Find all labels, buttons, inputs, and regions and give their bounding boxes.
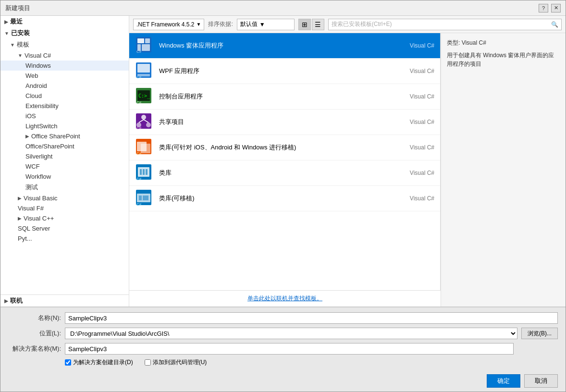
svg-rect-28 — [143, 169, 145, 175]
arrow-right-icon: ▶ — [4, 19, 8, 24]
sort-dropdown[interactable]: 默认值 ▼ — [237, 19, 295, 30]
sidebar-item-android[interactable]: Android — [0, 81, 129, 91]
svg-point-17 — [146, 122, 151, 127]
solution-input[interactable] — [65, 343, 514, 355]
svg-rect-33 — [139, 196, 142, 200]
sidebar-item-web[interactable]: Web — [0, 71, 129, 81]
browse-button[interactable]: 浏览(B)... — [521, 328, 558, 339]
sidebar-item-test[interactable]: 测试 — [0, 182, 129, 193]
project-item-library[interactable]: C#类库Visual C# — [129, 160, 440, 186]
svg-text:C#: C# — [136, 49, 142, 53]
framework-caret-icon: ▼ — [196, 22, 201, 27]
project-icon-console: C:>_C# — [135, 87, 154, 106]
online-templates-link[interactable]: 单击此处以联机并查找模板。 — [247, 295, 322, 302]
project-type-windows-forms: Visual C# — [396, 42, 434, 49]
sidebar-item-visualcpp[interactable]: ▶ Visual C++ — [0, 213, 129, 223]
sidebar-item-extensibility[interactable]: Extensibility — [0, 101, 129, 111]
help-button[interactable]: ? — [539, 4, 548, 12]
search-bar[interactable]: 搜索已安装模板(Ctrl+E) 🔍 — [328, 19, 562, 30]
cancel-button[interactable]: 取消 — [524, 374, 558, 388]
project-type-portable-lib: Visual C# — [396, 144, 434, 151]
sidebar-item-visualbasic[interactable]: ▶ Visual Basic — [0, 193, 129, 203]
project-icon-wpf: C# — [135, 61, 154, 81]
sidebar: ▶ 最近 ▼ 已安装 ▼ 模板 ▼ Visual C# Windows — [0, 16, 129, 306]
sidebar-item-workflow[interactable]: Workflow — [0, 172, 129, 182]
new-project-dialog: 新建项目 ? ✕ ▶ 最近 ▼ 已安装 ▼ 模板 — [0, 0, 566, 392]
add-source-control-input[interactable] — [145, 359, 151, 366]
arrow-right-icon: ▶ — [4, 298, 8, 304]
close-button[interactable]: ✕ — [551, 4, 561, 12]
svg-text:C#: C# — [136, 202, 142, 206]
project-type-library: Visual C# — [396, 170, 434, 176]
project-item-console[interactable]: C:>_C#控制台应用程序Visual C# — [129, 84, 440, 110]
sidebar-item-python[interactable]: Pyt... — [0, 233, 129, 244]
svg-text:C#: C# — [136, 126, 142, 130]
list-view-button[interactable]: ☰ — [312, 19, 324, 30]
project-icon-portable-lib2: C# — [135, 189, 154, 208]
arrow-down-icon: ▼ — [10, 42, 15, 48]
content-area: C#Windows 窗体应用程序Visual C#C#WPF 应用程序Visua… — [129, 33, 566, 306]
sidebar-item-online[interactable]: ▶ 联机 — [0, 294, 129, 306]
svg-text:C#: C# — [136, 100, 142, 104]
sidebar-item-visualcsharp[interactable]: ▼ Visual C# — [0, 50, 129, 61]
sidebar-item-cloud[interactable]: Cloud — [0, 91, 129, 101]
svg-rect-27 — [140, 169, 142, 175]
title-controls: ? ✕ — [539, 4, 561, 12]
project-type-console: Visual C# — [396, 93, 434, 100]
sidebar-item-wcf[interactable]: WCF — [0, 161, 129, 172]
name-label: 名称(N): — [8, 314, 61, 322]
project-item-portable-lib[interactable]: C#类库(可针对 iOS、Android 和 Windows 进行移植)Visu… — [129, 135, 440, 160]
sidebar-item-templates[interactable]: ▼ 模板 — [0, 39, 129, 50]
sidebar-item-ios[interactable]: iOS — [0, 111, 129, 121]
sidebar-item-visualfsharp[interactable]: Visual F# — [0, 203, 129, 213]
project-icon-shared: C# — [135, 112, 154, 132]
project-name-windows-forms: Windows 窗体应用程序 — [159, 41, 391, 50]
confirm-button[interactable]: 确定 — [487, 374, 520, 388]
sidebar-item-windows[interactable]: Windows — [0, 61, 129, 71]
svg-text:C:>_: C:>_ — [138, 93, 150, 99]
add-source-control-checkbox[interactable]: 添加到源代码管理(U) — [145, 358, 207, 367]
view-buttons: ⊞ ☰ — [298, 19, 324, 30]
sidebar-item-recent[interactable]: ▶ 最近 — [0, 16, 129, 27]
framework-dropdown[interactable]: .NET Framework 4.5.2 ▼ — [133, 19, 204, 30]
detail-description: 用于创建具有 Windows 窗体用户界面的应用程序的项目 — [447, 51, 560, 68]
sidebar-item-sqlserver[interactable]: SQL Server — [0, 223, 129, 233]
sidebar-item-office-sharepoint2[interactable]: Office/SharePoint — [0, 141, 129, 151]
project-type-wpf: Visual C# — [396, 68, 434, 74]
location-dropdown[interactable]: D:\Programme\Viual Studio\ArcGIS\ — [65, 328, 517, 339]
sidebar-item-installed[interactable]: ▼ 已安装 — [0, 27, 129, 39]
sort-caret-icon: ▼ — [259, 21, 265, 28]
location-label: 位置(L): — [8, 329, 61, 338]
detail-type: 类型: Visual C# — [447, 39, 560, 47]
project-list: C#Windows 窗体应用程序Visual C#C#WPF 应用程序Visua… — [129, 33, 441, 290]
svg-rect-34 — [143, 196, 148, 200]
project-item-shared[interactable]: C#共享项目Visual C# — [129, 110, 440, 135]
arrow-right-icon: ▶ — [18, 216, 22, 221]
sidebar-item-silverlight[interactable]: Silverlight — [0, 151, 129, 161]
project-name-console: 控制台应用程序 — [159, 92, 391, 101]
name-row: 名称(N): — [8, 312, 558, 324]
project-item-portable-lib2[interactable]: C#类库(可移植)Visual C# — [129, 186, 440, 211]
sidebar-item-office-sharepoint[interactable]: ▶ Office SharePoint — [0, 131, 129, 141]
svg-rect-1 — [137, 38, 144, 43]
location-row: 位置(L): D:\Programme\Viual Studio\ArcGIS\… — [8, 328, 558, 339]
project-type-portable-lib2: Visual C# — [396, 195, 434, 202]
name-input[interactable] — [65, 312, 558, 324]
title-bar: 新建项目 ? ✕ — [0, 0, 566, 16]
project-icon-portable-lib: C# — [135, 138, 154, 157]
project-item-wpf[interactable]: C#WPF 应用程序Visual C# — [129, 59, 440, 84]
svg-text:C#: C# — [136, 75, 142, 79]
project-name-portable-lib2: 类库(可移植) — [159, 194, 391, 203]
svg-rect-3 — [142, 44, 150, 51]
project-name-library: 类库 — [159, 169, 391, 177]
arrow-right-icon: ▶ — [18, 196, 22, 201]
project-item-windows-forms[interactable]: C#Windows 窗体应用程序Visual C# — [129, 33, 440, 59]
arrow-down-icon: ▼ — [4, 31, 9, 36]
sidebar-item-lightswitch[interactable]: LightSwitch — [0, 121, 129, 131]
svg-rect-7 — [137, 64, 150, 73]
create-directory-checkbox[interactable]: 为解决方案创建目录(D) — [65, 358, 133, 367]
bottom-buttons: 确定 取消 — [0, 371, 566, 392]
create-directory-input[interactable] — [65, 359, 71, 366]
svg-rect-23 — [141, 144, 150, 153]
grid-view-button[interactable]: ⊞ — [298, 19, 311, 30]
